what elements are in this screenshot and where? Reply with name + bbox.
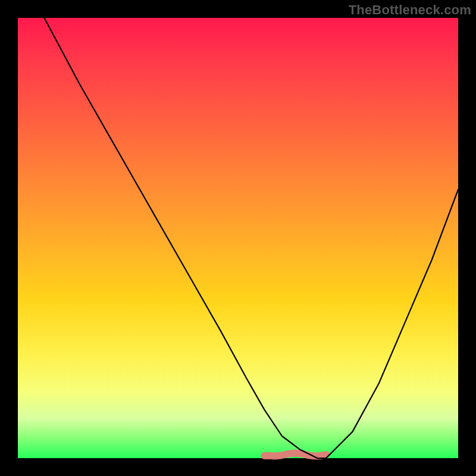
plot-overlay xyxy=(18,18,458,458)
watermark-text: TheBottleneck.com xyxy=(349,2,471,18)
flat-minimum-highlight xyxy=(264,453,326,456)
bottleneck-curve xyxy=(44,18,458,458)
chart-container: TheBottleneck.com xyxy=(0,0,476,476)
